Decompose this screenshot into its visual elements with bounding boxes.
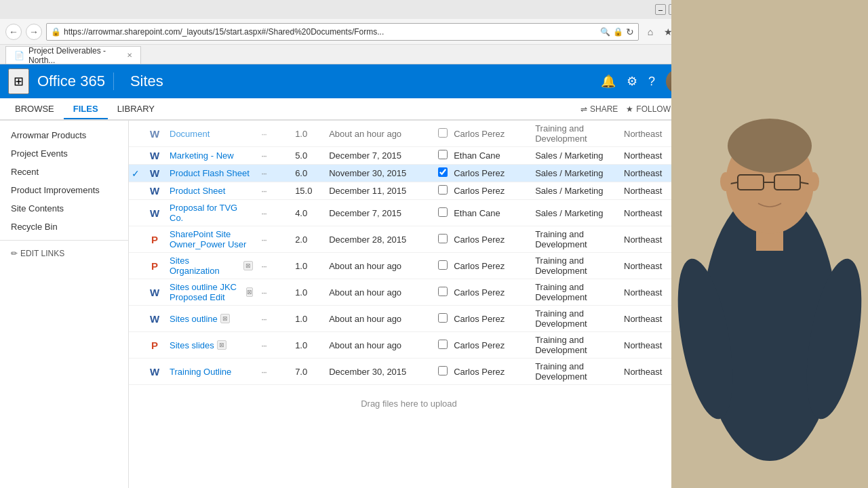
- active-tab[interactable]: 📄 Project Deliverables - North... ✕: [5, 46, 141, 64]
- doc-name-cell[interactable]: SharePoint Site Owner_Power User: [164, 226, 258, 253]
- doc-more-btn[interactable]: ···: [258, 165, 292, 182]
- doc-name-cell[interactable]: Sites outline⊠: [164, 306, 258, 332]
- share-button[interactable]: ⇌ SHARE: [580, 104, 618, 114]
- doc-more-btn[interactable]: ···: [258, 147, 292, 165]
- doc-more-btn[interactable]: ···: [258, 226, 292, 253]
- doc-name-cell[interactable]: Product Flash Sheet: [164, 165, 258, 182]
- tab-files[interactable]: FILES: [64, 100, 108, 119]
- sidebar-item-recycle-bin[interactable]: Recycle Bin: [0, 218, 128, 236]
- doc-link[interactable]: Sites Organization: [170, 256, 241, 276]
- doc-checkbox[interactable]: [438, 150, 448, 159]
- doc-checkbox-cell[interactable]: [435, 165, 451, 182]
- tab-close-icon[interactable]: ✕: [127, 52, 132, 59]
- edit-links-button[interactable]: ✏ EDIT LINKS: [0, 245, 128, 262]
- doc-checkbox-cell[interactable]: [435, 121, 451, 147]
- home-button[interactable]: ⌂: [643, 24, 658, 39]
- forward-button[interactable]: →: [26, 24, 42, 40]
- doc-link[interactable]: Sites slides: [170, 340, 214, 350]
- doc-more-btn[interactable]: ···: [258, 182, 292, 200]
- doc-link[interactable]: Sites outline: [170, 314, 218, 324]
- doc-checkbox-cell[interactable]: [435, 279, 451, 306]
- doc-link[interactable]: Sites outline JKC Proposed Edit: [170, 282, 243, 302]
- bell-icon-button[interactable]: 🔔: [601, 74, 616, 89]
- doc-more-btn[interactable]: ···: [258, 121, 292, 147]
- table-row[interactable]: W Document ··· 1.0 About an hour ago Car…: [129, 121, 689, 147]
- doc-checkbox-cell[interactable]: [435, 226, 451, 253]
- row-select-indicator: [129, 306, 145, 332]
- doc-name-cell[interactable]: Proposal for TVG Co.: [164, 200, 258, 226]
- settings-icon-button[interactable]: ⚙: [627, 74, 637, 89]
- doc-checkbox[interactable]: [438, 366, 448, 375]
- doc-link[interactable]: Document: [170, 129, 210, 139]
- doc-more-btn[interactable]: ···: [258, 200, 292, 226]
- sidebar-item-site-contents[interactable]: Site Contents: [0, 199, 128, 218]
- help-icon-button[interactable]: ?: [648, 75, 655, 89]
- doc-checkbox[interactable]: [438, 287, 448, 296]
- tab-browse[interactable]: BROWSE: [5, 100, 64, 118]
- table-row[interactable]: W Product Sheet ··· 15.0 December 11, 20…: [129, 182, 689, 200]
- doc-link[interactable]: SharePoint Site Owner_Power User: [170, 229, 246, 249]
- doc-checkbox[interactable]: [438, 207, 448, 217]
- doc-checkbox-cell[interactable]: [435, 182, 451, 200]
- doc-version: 1.0: [292, 121, 326, 147]
- doc-link[interactable]: Product Sheet: [170, 186, 225, 196]
- doc-name-cell[interactable]: Sites outline JKC Proposed Edit⊠: [164, 279, 258, 306]
- doc-checkbox[interactable]: [438, 128, 448, 138]
- doc-checkbox[interactable]: [438, 167, 448, 177]
- doc-checkbox-cell[interactable]: [435, 306, 451, 332]
- address-bar[interactable]: 🔒 https://arrowmar.sharepoint.com/_layou…: [46, 23, 639, 41]
- doc-checkbox[interactable]: [438, 185, 448, 195]
- doc-checkbox[interactable]: [438, 313, 448, 323]
- table-row[interactable]: ✓ W Product Flash Sheet ··· 6.0 November…: [129, 165, 689, 182]
- doc-version: 7.0: [292, 359, 326, 385]
- doc-name-cell[interactable]: Product Sheet: [164, 182, 258, 200]
- doc-checkbox-cell[interactable]: [435, 359, 451, 385]
- table-row[interactable]: W Marketing - New ··· 5.0 December 7, 20…: [129, 147, 689, 165]
- doc-more-btn[interactable]: ···: [258, 253, 292, 279]
- doc-link[interactable]: Proposal for TVG Co.: [170, 203, 237, 223]
- sidebar-item-recent[interactable]: Recent: [0, 163, 128, 181]
- tab-library[interactable]: LIBRARY: [108, 100, 164, 118]
- doc-link[interactable]: Training Outline: [170, 367, 231, 377]
- doc-modified: About an hour ago: [326, 121, 435, 147]
- doc-checkbox-cell[interactable]: [435, 147, 451, 165]
- table-row[interactable]: P SharePoint Site Owner_Power User ··· 2…: [129, 226, 689, 253]
- doc-more-btn[interactable]: ···: [258, 279, 292, 306]
- doc-more-btn[interactable]: ···: [258, 306, 292, 332]
- waffle-button[interactable]: ⊞: [8, 68, 29, 94]
- doc-name-cell[interactable]: Sites Organization⊠: [164, 253, 258, 279]
- minimize-button[interactable]: –: [655, 4, 666, 15]
- doc-type-icon: W: [145, 200, 164, 226]
- doc-checkbox-cell[interactable]: [435, 253, 451, 279]
- doc-more-btn[interactable]: ···: [258, 359, 292, 385]
- doc-author: Carlos Perez: [451, 359, 532, 385]
- doc-more-btn[interactable]: ···: [258, 332, 292, 359]
- doc-name-cell[interactable]: Marketing - New: [164, 147, 258, 165]
- doc-link[interactable]: Product Flash Sheet: [170, 168, 250, 178]
- sidebar-item-arrowmar[interactable]: Arrowmar Products: [0, 126, 128, 144]
- table-row[interactable]: W Proposal for TVG Co. ··· 4.0 December …: [129, 200, 689, 226]
- doc-checkbox[interactable]: [438, 234, 448, 243]
- sidebar-item-product-improvements[interactable]: Product Improvements: [0, 181, 128, 199]
- doc-checkbox-cell[interactable]: [435, 332, 451, 359]
- doc-name-cell[interactable]: Document: [164, 121, 258, 147]
- table-row[interactable]: P Sites slides⊠ ··· 1.0 About an hour ag…: [129, 332, 689, 359]
- back-button[interactable]: ←: [5, 24, 22, 40]
- sidebar-item-project-events[interactable]: Project Events: [0, 144, 128, 163]
- doc-checkbox[interactable]: [438, 340, 448, 349]
- o365-header: ⊞ Office 365 Sites 🔔 ⚙ ?: [0, 64, 698, 98]
- doc-checkbox-cell[interactable]: [435, 200, 451, 226]
- doc-link[interactable]: Marketing - New: [170, 150, 234, 161]
- table-row[interactable]: W Training Outline ··· 7.0 December 30, …: [129, 359, 689, 385]
- doc-checkbox[interactable]: [438, 260, 448, 270]
- ribbon-tabs: BROWSE FILES LIBRARY ⇌ SHARE ★ FOLLOW ⤢: [0, 98, 698, 120]
- table-row[interactable]: W Sites outline JKC Proposed Edit⊠ ··· 1…: [129, 279, 689, 306]
- doc-modified: December 11, 2015: [326, 182, 435, 200]
- table-row[interactable]: W Sites outline⊠ ··· 1.0 About an hour a…: [129, 306, 689, 332]
- follow-button[interactable]: ★ FOLLOW: [626, 104, 671, 114]
- sidebar: Arrowmar Products Project Events Recent …: [0, 121, 129, 488]
- doc-name-cell[interactable]: Sites slides⊠: [164, 332, 258, 359]
- table-row[interactable]: P Sites Organization⊠ ··· 1.0 About an h…: [129, 253, 689, 279]
- doc-name-cell[interactable]: Training Outline: [164, 359, 258, 385]
- refresh-icon[interactable]: ↻: [626, 26, 634, 37]
